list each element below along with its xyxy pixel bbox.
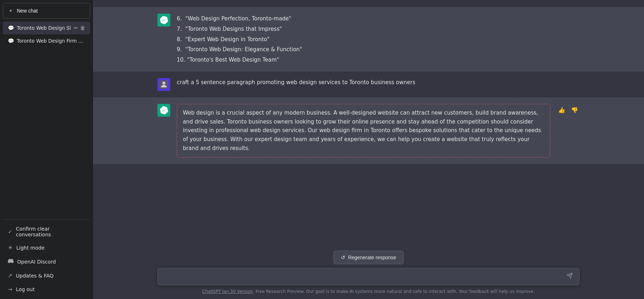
chat2-label: Toronto Web Design Firm CTA: [17, 38, 85, 44]
edit-icon[interactable]: ✏: [74, 25, 78, 31]
checkmark-icon: ✓: [8, 228, 13, 235]
list-item: 8. "Expert Web Design in Toronto": [177, 34, 580, 45]
user-avatar: [157, 78, 170, 91]
confirm-clear-label: Confirm clear conversations: [16, 226, 85, 237]
highlighted-response: Web design is a crucial aspect of any mo…: [177, 104, 550, 158]
chat-icon-2: 💬: [8, 38, 14, 44]
sidebar-bottom: ✓ Confirm clear conversations ☀ Light mo…: [3, 222, 90, 296]
sidebar-divider: [3, 219, 90, 220]
logout-icon: →: [8, 286, 13, 293]
item-num: 8.: [177, 36, 182, 43]
thumbs-down-button[interactable]: 👎: [570, 106, 580, 114]
new-chat-button[interactable]: ＋ New chat: [3, 3, 90, 19]
regenerate-button[interactable]: ↺ Regenerate response: [333, 251, 404, 264]
updates-label: Updates & FAQ: [16, 273, 54, 279]
sidebar-item-logout[interactable]: → Log out: [3, 283, 90, 296]
message-actions: 👍 👎: [557, 106, 580, 114]
message-content-1: 6. "Web Design Perfection, Toronto-made"…: [177, 14, 580, 65]
discord-icon: [8, 258, 14, 265]
message-content-3: Web design is a crucial aspect of any mo…: [177, 104, 550, 158]
thumbs-up-button[interactable]: 👍: [557, 106, 567, 114]
chat-area: 6. "Web Design Perfection, Toronto-made"…: [93, 0, 644, 246]
chat1-label: Toronto Web Design Sl: [17, 25, 71, 31]
external-link-icon: ↗: [8, 273, 13, 279]
item-num: 7.: [177, 26, 182, 32]
sidebar-item-discord[interactable]: OpenAI Discord: [3, 255, 90, 269]
sidebar-item-chat2[interactable]: 💬 Toronto Web Design Firm CTA: [3, 34, 90, 47]
message-row-2: craft a 5 sentence paragraph promoting w…: [93, 72, 644, 97]
user-message-text: craft a 5 sentence paragraph promoting w…: [177, 79, 415, 86]
svg-point-1: [162, 82, 165, 85]
send-button[interactable]: [565, 272, 574, 281]
gpt-avatar: [157, 14, 170, 26]
footer-link[interactable]: ChatGPT Jan 30 Version: [202, 289, 253, 294]
new-chat-label: New chat: [17, 8, 38, 14]
chat-icon: 💬: [8, 25, 14, 31]
sidebar-item-updates[interactable]: ↗ Updates & FAQ: [3, 269, 90, 283]
list-item: 7. "Toronto Web Designs that Impress": [177, 24, 580, 34]
sidebar: ＋ New chat 💬 Toronto Web Design Sl ✏ 🗑 💬…: [0, 0, 93, 299]
message-row-3: Web design is a crucial aspect of any mo…: [93, 97, 644, 164]
chat-list: 💬 Toronto Web Design Sl ✏ 🗑 💬 Toronto We…: [3, 21, 90, 216]
message-row-1: 6. "Web Design Perfection, Toronto-made"…: [93, 7, 644, 72]
list-item: 10. "Toronto's Best Web Design Team": [177, 55, 580, 65]
message-content-2: craft a 5 sentence paragraph promoting w…: [177, 78, 580, 87]
main-content: 6. "Web Design Perfection, Toronto-made"…: [93, 0, 644, 299]
assistant-message-text: Web design is a crucial aspect of any mo…: [183, 110, 541, 151]
footer-description: . Free Research Preview. Our goal is to …: [253, 289, 535, 294]
discord-label: OpenAI Discord: [17, 259, 56, 265]
sidebar-item-chat1[interactable]: 💬 Toronto Web Design Sl ✏ 🗑: [3, 21, 90, 34]
sun-icon: ☀: [8, 245, 13, 251]
light-mode-label: Light mode: [16, 245, 44, 251]
numbered-list: 6. "Web Design Perfection, Toronto-made"…: [177, 14, 580, 65]
item-num: 6.: [177, 15, 182, 22]
item-num: 9.: [177, 46, 182, 53]
bottom-area: ↺ Regenerate response ChatGPT Jan 30 Ver…: [93, 246, 644, 299]
regenerate-icon: ↺: [341, 255, 345, 260]
item-num: 10.: [177, 57, 185, 63]
input-row: [157, 268, 580, 285]
gpt-avatar-2: [157, 104, 170, 117]
sidebar-item-light-mode[interactable]: ☀ Light mode: [3, 241, 90, 255]
list-item: 9. "Toronto Web Design: Elegance & Funct…: [177, 44, 580, 55]
delete-icon[interactable]: 🗑: [80, 25, 85, 31]
footer-text: ChatGPT Jan 30 Version. Free Research Pr…: [202, 289, 535, 296]
sidebar-item-confirm-clear[interactable]: ✓ Confirm clear conversations: [3, 222, 90, 241]
chat-input[interactable]: [163, 273, 561, 281]
logout-label: Log out: [16, 286, 35, 292]
plus-icon: ＋: [8, 8, 13, 14]
list-item: 6. "Web Design Perfection, Toronto-made": [177, 14, 580, 24]
regenerate-label: Regenerate response: [348, 255, 396, 260]
chat1-actions: ✏ 🗑: [74, 25, 85, 31]
